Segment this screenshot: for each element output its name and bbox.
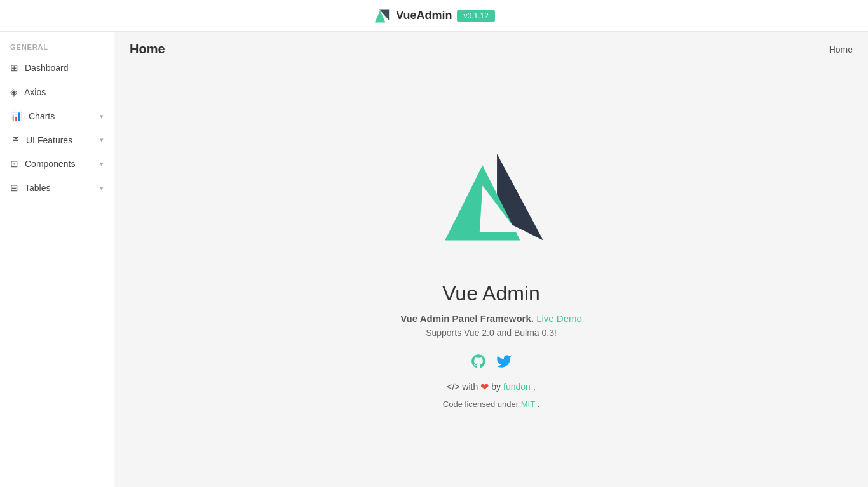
components-icon: ⊡ (10, 158, 18, 170)
sidebar-label-axios: Axios (24, 87, 46, 97)
vue-admin-logo (428, 142, 555, 269)
license-prefix: Code licensed under (443, 399, 519, 409)
sidebar-item-axios[interactable]: ◈ Axios (0, 80, 114, 104)
ui-features-icon: 🖥 (10, 135, 20, 145)
tables-chevron-icon: ▾ (100, 184, 104, 192)
made-by-by: by (491, 382, 501, 392)
sidebar-label-tables: Tables (25, 183, 50, 193)
sidebar: GENERAL ⊞ Dashboard ◈ Axios 📊 Charts ▾ 🖥 (0, 32, 114, 487)
license-text: Code licensed under MIT . (443, 399, 539, 409)
sidebar-item-dashboard[interactable]: ⊞ Dashboard (0, 56, 114, 80)
version-badge: v0.1.12 (457, 10, 494, 22)
app-header: VueAdmin v0.1.12 (0, 0, 868, 32)
sidebar-label-components: Components (25, 159, 75, 169)
sidebar-section-general: GENERAL (0, 32, 114, 56)
author-link[interactable]: fundon (503, 382, 531, 392)
ui-features-chevron-icon: ▾ (100, 136, 104, 144)
page-title: Home (130, 42, 165, 57)
github-icon[interactable] (470, 353, 487, 373)
main-content: Home Home Vue Admin Vue Admin Panel Fram… (114, 32, 868, 487)
app-layout: GENERAL ⊞ Dashboard ◈ Axios 📊 Charts ▾ 🖥 (0, 32, 868, 487)
axios-icon: ◈ (10, 86, 18, 98)
header-logo-icon (373, 7, 391, 25)
dashboard-icon: ⊞ (10, 62, 18, 74)
app-description: Vue Admin Panel Framework. Live Demo (400, 313, 582, 324)
license-link[interactable]: MIT (521, 399, 535, 409)
made-by: </> with ❤ by fundon . (447, 381, 536, 393)
charts-chevron-icon: ▾ (100, 112, 104, 121)
live-demo-link[interactable]: Live Demo (536, 313, 582, 324)
components-chevron-icon: ▾ (100, 160, 104, 168)
sidebar-label-dashboard: Dashboard (25, 63, 69, 73)
sidebar-label-ui-features: UI Features (26, 135, 72, 145)
app-title: VueAdmin (396, 9, 452, 22)
brand: VueAdmin v0.1.12 (373, 7, 495, 25)
sidebar-item-components[interactable]: ⊡ Components ▾ (0, 152, 114, 176)
period: . (533, 382, 536, 392)
code-symbol: </> with (447, 382, 478, 392)
sidebar-item-ui-features[interactable]: 🖥 UI Features ▾ (0, 128, 114, 152)
center-content: Vue Admin Vue Admin Panel Framework. Liv… (114, 67, 868, 484)
sidebar-label-charts: Charts (29, 111, 55, 121)
twitter-icon[interactable] (496, 353, 512, 373)
breadcrumb: Home (829, 44, 853, 55)
app-description-text: Vue Admin Panel Framework. (400, 313, 534, 324)
sidebar-item-charts[interactable]: 📊 Charts ▾ (0, 104, 114, 128)
sidebar-item-tables[interactable]: ⊟ Tables ▾ (0, 176, 114, 200)
charts-icon: 📊 (10, 110, 22, 122)
main-header: Home Home (114, 32, 868, 67)
heart-icon: ❤ (480, 381, 489, 393)
tables-icon: ⊟ (10, 182, 18, 194)
app-name: Vue Admin (442, 282, 540, 305)
app-supports: Supports Vue 2.0 and Bulma 0.3! (426, 328, 557, 338)
social-icons (470, 353, 512, 373)
